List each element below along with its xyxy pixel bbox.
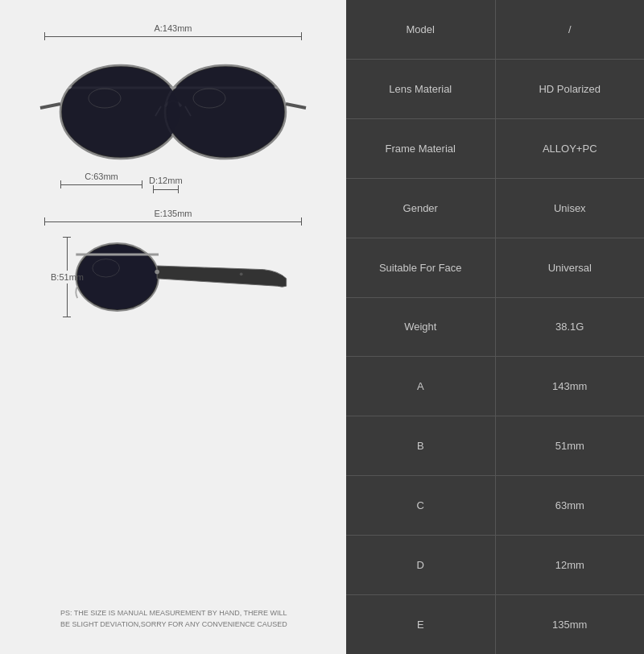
svg-point-9 — [167, 67, 284, 157]
spec-label: Frame Material — [346, 135, 495, 163]
svg-point-8 — [62, 67, 180, 157]
spec-row: Suitable For FaceUniversal — [346, 238, 644, 298]
spec-row: C63mm — [346, 476, 644, 536]
dim-b-label: B:51mm — [51, 272, 84, 282]
spec-value: 51mm — [496, 432, 645, 460]
dimension-cd-area: C:63mm D:12mm — [44, 176, 302, 193]
spec-row: Weight38.1G — [346, 298, 644, 358]
sunglasses-side-image — [68, 229, 294, 325]
spec-row: A143mm — [346, 357, 644, 416]
spec-label: Lens Material — [346, 75, 495, 103]
spec-row: E135mm — [346, 595, 644, 654]
left-panel: A:143mm — [0, 0, 346, 654]
spec-row: B51mm — [346, 416, 644, 476]
note-text: PS: THE SIZE IS MANUAL MEASUREMENT BY HA… — [44, 600, 302, 638]
side-view-container: B:51mm — [44, 229, 302, 325]
svg-line-7 — [286, 104, 306, 108]
spec-row: GenderUnisex — [346, 179, 644, 238]
spec-label: E — [346, 611, 495, 639]
right-panel: Model/Lens MaterialHD PolarizedFrame Mat… — [346, 0, 644, 654]
spec-label: Gender — [346, 194, 495, 222]
spec-row: Lens MaterialHD Polarized — [346, 60, 644, 119]
spec-row: Frame MaterialALLOY+PC — [346, 119, 644, 179]
spec-label: C — [346, 491, 495, 519]
dim-c-label: C:63mm — [85, 172, 118, 181]
svg-point-15 — [155, 270, 159, 275]
spec-label: B — [346, 432, 495, 460]
spec-label: Suitable For Face — [346, 254, 495, 282]
svg-point-16 — [240, 272, 243, 275]
side-diagram: E:135mm B:51mm — [16, 217, 330, 325]
spec-label: A — [346, 372, 495, 400]
dimension-a-line: A:143mm — [44, 32, 302, 40]
spec-label: Model — [346, 15, 495, 43]
spec-value: HD Polarized — [496, 75, 645, 103]
spec-value: / — [496, 15, 645, 43]
spec-value: 63mm — [496, 491, 645, 519]
dim-e-label: E:135mm — [154, 209, 192, 218]
spec-value: 12mm — [496, 551, 645, 579]
spec-value: 38.1G — [496, 313, 645, 341]
dimension-b-area: B:51mm — [51, 237, 84, 317]
svg-line-6 — [40, 104, 60, 108]
spec-value: Unisex — [496, 194, 645, 222]
spec-value: ALLOY+PC — [496, 135, 645, 163]
dimension-e-line: E:135mm — [44, 217, 302, 226]
spec-row: D12mm — [346, 536, 644, 595]
spec-value: 135mm — [496, 611, 645, 639]
dim-a-label: A:143mm — [154, 23, 192, 33]
spec-value: Universal — [496, 254, 645, 282]
front-diagram: A:143mm — [16, 32, 330, 193]
sunglasses-front-image — [44, 43, 302, 172]
spec-label: Weight — [346, 313, 495, 341]
spec-row: Model/ — [346, 0, 644, 60]
spec-label: D — [346, 551, 495, 579]
dim-d-label: D:12mm — [149, 176, 183, 185]
spec-value: 143mm — [496, 372, 645, 400]
